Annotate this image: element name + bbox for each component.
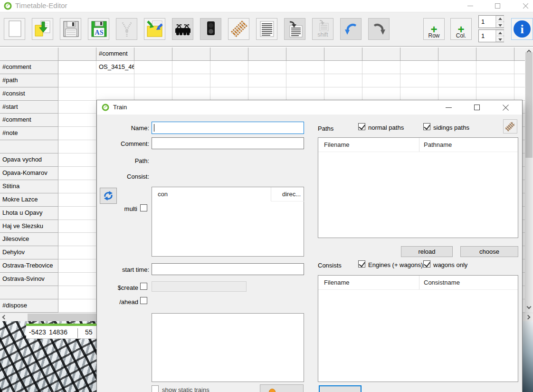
grid-cell[interactable]: [438, 87, 476, 101]
grid-cell[interactable]: [58, 180, 96, 193]
column-header-cell[interactable]: [172, 48, 210, 61]
grid-cell[interactable]: [248, 74, 286, 87]
grid-cell[interactable]: [58, 140, 96, 153]
row-header-cell[interactable]: [0, 140, 58, 153]
grid-cell[interactable]: [58, 114, 96, 127]
grid-cell[interactable]: [438, 74, 476, 87]
comment-value-cell[interactable]: OS_3415_46: [96, 61, 134, 74]
train-button[interactable]: [172, 18, 193, 40]
close-icon[interactable]: [518, 0, 533, 12]
signal-button[interactable]: [200, 18, 221, 40]
reload-button[interactable]: reload: [401, 246, 453, 257]
map-preview-right[interactable]: [523, 321, 533, 392]
grid-cell[interactable]: [286, 87, 324, 101]
grid-cell[interactable]: [58, 299, 96, 313]
grid-cell[interactable]: [58, 101, 96, 114]
show-static-trains-checkbox[interactable]: [152, 385, 159, 392]
grid-cell[interactable]: [324, 61, 362, 74]
insert-lines-button[interactable]: [284, 18, 305, 40]
new-file-button[interactable]: [4, 18, 25, 40]
consists-col-consistname[interactable]: Consistname: [424, 279, 460, 286]
column-header-cell[interactable]: [362, 48, 400, 61]
train-dialog-titlebar[interactable]: Train: [97, 100, 522, 115]
grid-cell[interactable]: [362, 74, 400, 87]
grid-cell[interactable]: [58, 167, 96, 180]
spin-up-icon[interactable]: [496, 30, 504, 36]
grid-cell[interactable]: [514, 87, 525, 101]
sidings-paths-checkbox[interactable]: [423, 123, 430, 130]
scroll-down-icon[interactable]: [525, 304, 533, 313]
row-header-cell[interactable]: #path: [0, 74, 58, 87]
multi-checkbox[interactable]: [140, 204, 147, 211]
scroll-left-icon[interactable]: [0, 313, 8, 322]
grid-cell[interactable]: [210, 87, 248, 101]
grid-cell[interactable]: [172, 74, 210, 87]
column-header-cell[interactable]: #comment: [96, 48, 134, 61]
consists-col-filename[interactable]: Filename: [324, 279, 349, 286]
grid-cell[interactable]: [210, 74, 248, 87]
grid-cell[interactable]: [400, 87, 438, 101]
row-header-cell[interactable]: Ostrava-Svinov: [0, 273, 58, 286]
row-header-cell[interactable]: #start: [0, 101, 58, 114]
ahead-checkbox[interactable]: [140, 297, 147, 304]
grid-cell[interactable]: [476, 74, 514, 87]
row-header-cell[interactable]: Lhota u Opavy: [0, 207, 58, 220]
column-header-cell[interactable]: [58, 48, 96, 61]
dialog-close-icon[interactable]: [497, 100, 514, 115]
row-count-spinner[interactable]: 1: [478, 15, 504, 28]
comment-input[interactable]: [152, 137, 304, 149]
row-header-cell[interactable]: Opava-Komarov: [0, 167, 58, 180]
normal-paths-checkbox[interactable]: [358, 123, 365, 130]
sidings-track-button[interactable]: [503, 119, 517, 134]
row-header-cell[interactable]: Opava vychod: [0, 153, 58, 167]
spin-down-icon[interactable]: [496, 22, 504, 28]
name-input[interactable]: [152, 122, 304, 134]
column-header-cell[interactable]: [210, 48, 248, 61]
vertical-scroll-thumb[interactable]: [525, 52, 533, 158]
dialog-maximize-icon[interactable]: [468, 100, 485, 115]
col-count-spinner[interactable]: 1: [478, 29, 504, 42]
grid-cell[interactable]: [58, 286, 96, 299]
column-header-cell[interactable]: [438, 48, 476, 61]
start-time-input[interactable]: [152, 263, 304, 275]
save-button[interactable]: [60, 18, 81, 40]
open-button[interactable]: [32, 18, 53, 40]
grid-cell[interactable]: [210, 61, 248, 74]
grid-cell[interactable]: [134, 74, 172, 87]
create-checkbox[interactable]: [140, 283, 147, 290]
row-header-cell[interactable]: #note: [0, 127, 58, 140]
minimize-icon[interactable]: [463, 0, 477, 12]
grid-cell[interactable]: [172, 87, 210, 101]
grid-cell[interactable]: [172, 61, 210, 74]
grid-cell[interactable]: [58, 193, 96, 207]
column-header-cell[interactable]: [400, 48, 438, 61]
row-header-cell[interactable]: Ostrava-Trebovice: [0, 259, 58, 273]
shift-button[interactable]: shift: [312, 18, 333, 40]
column-header-cell[interactable]: [134, 48, 172, 61]
grid-cell[interactable]: [476, 61, 514, 74]
choose-button[interactable]: choose: [460, 246, 518, 257]
grid-cell[interactable]: [248, 61, 286, 74]
wagons-only-checkbox[interactable]: [423, 260, 430, 268]
grid-cell[interactable]: [58, 220, 96, 233]
dialog-minimize-icon[interactable]: [440, 100, 457, 115]
column-header-cell[interactable]: [0, 48, 58, 61]
row-header-cell[interactable]: #consist: [0, 87, 58, 101]
grid-cell[interactable]: [58, 127, 96, 140]
undo-button[interactable]: [340, 18, 362, 40]
consist-listbox[interactable]: con direc...: [152, 187, 304, 257]
row-header-cell[interactable]: Haj ve Slezsku: [0, 220, 58, 233]
ok-button[interactable]: [319, 385, 362, 392]
row-header-cell[interactable]: #comment: [0, 61, 58, 74]
maximize-icon[interactable]: [491, 0, 505, 12]
vertical-scrollbar[interactable]: [525, 48, 533, 313]
row-header-cell[interactable]: [0, 286, 58, 299]
grid-cell[interactable]: [248, 87, 286, 101]
grid-cell[interactable]: [58, 233, 96, 246]
add-col-button[interactable]: + Col.: [450, 18, 472, 40]
grid-cell[interactable]: [96, 87, 134, 101]
column-header-cell[interactable]: [286, 48, 324, 61]
grid-cell[interactable]: [134, 61, 172, 74]
consist-col-direction[interactable]: direc...: [273, 191, 301, 198]
grid-cell[interactable]: [362, 61, 400, 74]
